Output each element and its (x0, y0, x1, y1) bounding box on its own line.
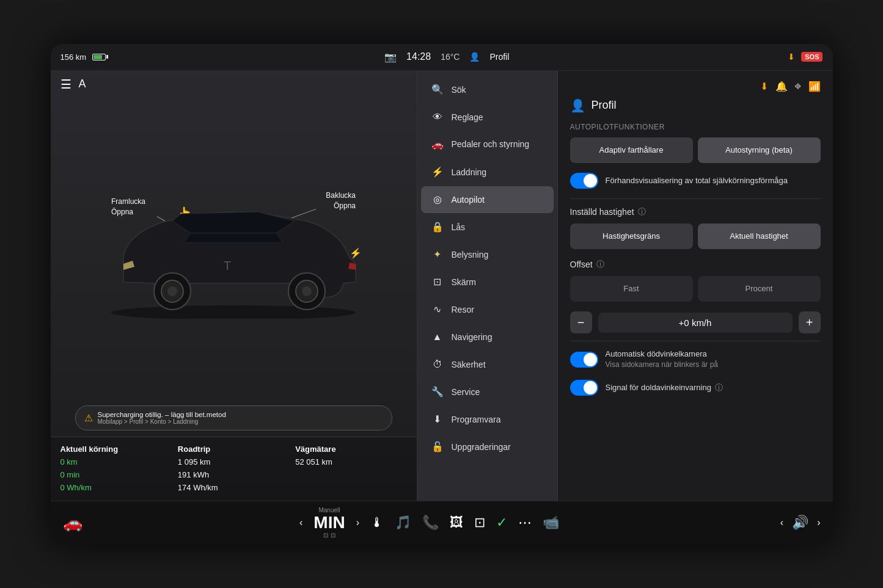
right-panel: ⬇ 🔔 ⎆ 📶 👤 Profil Autopilotfunktioner Ada… (558, 71, 833, 501)
profile-person-icon: 👤 (570, 98, 585, 113)
profile-header: 👤 Profil (570, 98, 821, 113)
speed-plus-button[interactable]: + (799, 311, 821, 333)
signal-toggle-row: Signal för doldavinkeinvarning ⓘ (570, 380, 821, 396)
speed-info-icon[interactable]: ⓘ (638, 206, 646, 217)
menu-item-resor[interactable]: ∿ Resor (421, 296, 554, 323)
speed-label-row: Inställd hastighet ⓘ (570, 206, 821, 217)
car-image-container: Framlucka Öppna 👆 Baklucka Öppna (51, 98, 417, 406)
stat-roadtrip-title: Roadtrip (178, 445, 289, 454)
fast-button[interactable]: Fast (570, 276, 693, 302)
menu-panel: 🔍 Sök 👁 Reglage 🚗 Pedaler och styrning ⚡… (417, 71, 558, 501)
climate-icons: ⊡ ⊡ (313, 532, 345, 539)
menu-item-programvara[interactable]: ⬇ Programvara (421, 406, 554, 433)
signal-text-block: Signal för doldavinkeinvarning ⓘ (606, 382, 723, 393)
next-arrow-icon[interactable]: › (356, 517, 359, 528)
check-icon[interactable]: ✓ (496, 515, 507, 531)
dodvinkel-label: Automatisk dödvinkelkamera (606, 349, 719, 360)
stat-roadtrip-kwh: 191 kWh (178, 469, 289, 482)
forhand-toggle-row: Förhandsvisualisering av total självkörn… (570, 173, 821, 189)
bell-icon: 🔔 (775, 81, 788, 92)
menu-item-sok[interactable]: 🔍 Sök (421, 76, 554, 103)
menu-item-service[interactable]: 🔧 Service (421, 379, 554, 405)
autostyrning-button[interactable]: Autostyrning (beta) (698, 137, 821, 163)
status-bar: 156 km 📷 14:28 16°C 👤 Profil ⬇ SOS (51, 44, 833, 71)
autopilot-icon: A (79, 78, 86, 90)
signal-toggle[interactable] (570, 380, 598, 396)
menu-item-navigering[interactable]: ▲ Navigering (421, 324, 554, 350)
menu-item-belysning[interactable]: ✦ Belysning (421, 241, 554, 268)
menu-item-pedaler[interactable]: 🚗 Pedaler och styrning (421, 131, 554, 158)
dodvinkel-toggle[interactable] (570, 352, 598, 368)
menu-item-laddning[interactable]: ⚡ Laddning (421, 159, 554, 186)
signal-icon: 📶 (808, 81, 821, 92)
menu-item-las[interactable]: 🔒 Lås (421, 214, 554, 241)
forhand-toggle[interactable] (570, 173, 598, 189)
lightning-icon: ⚡ (431, 165, 444, 179)
stat-roadtrip-wh: 174 Wh/km (178, 482, 289, 495)
car-area: ☰ A Framlucka Öppna 👆 (51, 71, 417, 501)
left-panel: ☰ A Framlucka Öppna 👆 (51, 71, 417, 501)
camera-task-icon[interactable]: 📹 (543, 515, 559, 531)
car-stats: Aktuell körning 0 km 0 min 0 Wh/km Roadt… (51, 437, 417, 500)
hastighetsgrans-button[interactable]: Hastighetsgräns (570, 223, 693, 249)
fan-icon: ⊡ (331, 532, 335, 539)
menu-lines-icon[interactable]: ☰ (60, 77, 71, 92)
gallery-icon[interactable]: 🖼 (450, 515, 463, 531)
bluetooth-icon: ⎆ (795, 81, 801, 92)
adaptiv-button[interactable]: Adaptiv farthållare (570, 137, 693, 163)
phone-icon[interactable]: 📞 (422, 515, 439, 531)
top-icons-row: ⬇ 🔔 ⎆ 📶 (570, 81, 821, 92)
offset-info-icon[interactable]: ⓘ (596, 259, 604, 270)
spotify-icon[interactable]: 🎵 (395, 515, 411, 531)
aktuell-hastighet-button[interactable]: Aktuell hastighet (698, 223, 821, 249)
car-taskbar-icon[interactable]: 🚗 (63, 514, 82, 532)
stat-roadtrip: Roadtrip 1 095 km 191 kWh 174 Wh/km (178, 445, 289, 494)
forward-nav-icon[interactable]: › (817, 517, 820, 528)
signal-info-icon[interactable]: ⓘ (715, 382, 723, 393)
volume-icon[interactable]: 🔊 (792, 515, 808, 531)
profile-icon: 👤 (469, 52, 480, 62)
menu-label-programvara: Programvara (452, 415, 501, 424)
menu-label-autopilot: Autopilot (452, 195, 485, 205)
temp-display: 16°C (441, 52, 460, 62)
dodvinkel-sub: Visa sidokamera när blinkers är på (606, 360, 719, 370)
camera-icon: 📷 (384, 51, 397, 63)
menu-item-sakerhet[interactable]: ⏱ Säkerhet (421, 351, 554, 378)
speed-button-group: Hastighetsgräns Aktuell hastighet (570, 223, 821, 249)
phone-heat-icon[interactable]: 🌡 (370, 515, 384, 531)
speed-minus-button[interactable]: − (570, 311, 592, 333)
procent-button[interactable]: Procent (698, 276, 821, 302)
back-nav-icon[interactable]: ‹ (780, 517, 783, 528)
dodvinkel-toggle-row: Automatisk dödvinkelkamera Visa sidokame… (570, 349, 821, 370)
status-right: ⬇ SOS (788, 52, 823, 62)
menu-label-navigering: Navigering (452, 332, 493, 342)
offset-label: Offset (570, 260, 593, 269)
nav-icon: ▲ (431, 330, 444, 344)
battery-icon (92, 54, 106, 60)
menu-item-reglage[interactable]: 👁 Reglage (421, 104, 554, 131)
menu-item-uppgraderingar[interactable]: 🔓 Uppgraderingar (421, 434, 554, 460)
menu-label-laddning: Laddning (452, 167, 487, 177)
stat-aktuell-km: 0 km (60, 456, 172, 469)
dots-icon[interactable]: ⋯ (518, 515, 532, 531)
divider-2 (570, 341, 821, 341)
taskbar-right: ‹ 🔊 › (747, 515, 821, 531)
menu-item-skarm[interactable]: ⊡ Skärm (421, 269, 554, 296)
car-svg: T ⚡ (87, 184, 380, 319)
stat-aktuell: Aktuell körning 0 km 0 min 0 Wh/km (60, 445, 172, 494)
apps-icon[interactable]: ⊡ (474, 515, 485, 531)
menu-label-reglage: Reglage (452, 112, 483, 122)
lock-icon: 🔒 (431, 220, 444, 234)
warning-banner: ⚠ Supercharging otillig. – lägg till bet… (75, 405, 392, 430)
seat-icon: ⊡ (323, 532, 328, 539)
download-status-icon: ⬇ (760, 81, 768, 92)
trip-icon: ∿ (431, 303, 444, 316)
eye-icon: 👁 (431, 111, 444, 124)
menu-label-service: Service (452, 387, 480, 397)
profile-label: Profil (489, 52, 509, 62)
signal-toggle-knob (584, 381, 597, 394)
wrench-icon: 🔧 (431, 385, 444, 399)
light-icon: ✦ (431, 248, 444, 261)
prev-arrow-icon[interactable]: ‹ (299, 517, 302, 528)
menu-item-autopilot[interactable]: ◎ Autopilot (421, 186, 554, 213)
